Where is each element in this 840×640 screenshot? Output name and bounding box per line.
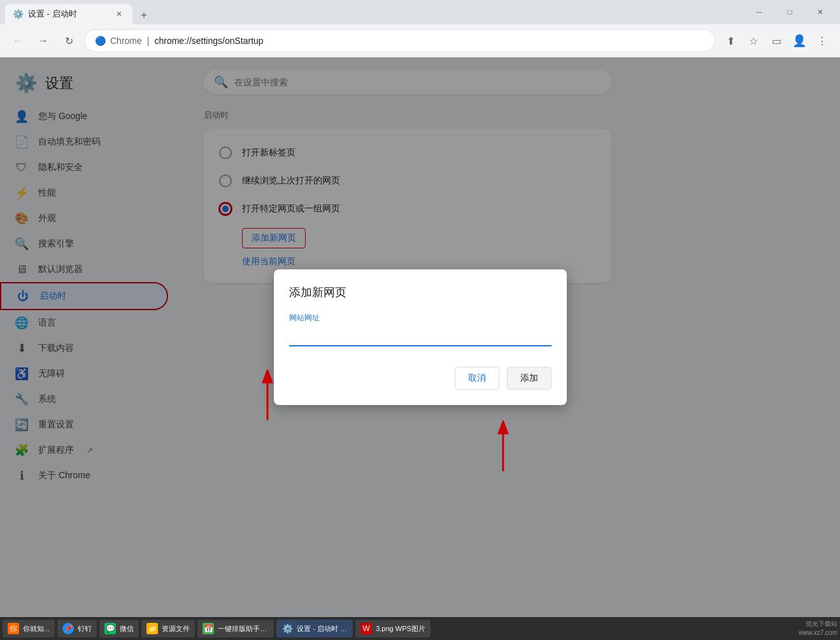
active-tab[interactable]: ⚙️ 设置 - 启动时 ✕: [5, 4, 132, 24]
taskbar-label-dingding: 钉钉: [78, 624, 92, 634]
myevent-icon: 📅: [203, 623, 214, 634]
dingding-icon: 📌: [62, 623, 74, 634]
title-bar: ⚙️ 设置 - 启动时 ✕ + ─ □ ✕: [0, 0, 840, 24]
taskbar-item-wps[interactable]: W 3.png WPS图片: [355, 620, 431, 637]
toolbar-actions: ⬆ ☆ ▭ 👤 ⋮: [720, 31, 832, 51]
tab-strip: ⚙️ 设置 - 启动时 ✕ +: [5, 0, 744, 24]
modal-title: 添加新网页: [289, 285, 552, 300]
tab-favicon: ⚙️: [13, 9, 23, 19]
maximize-button[interactable]: □: [775, 0, 804, 24]
files-icon: 📁: [146, 623, 158, 634]
menu-button[interactable]: ⋮: [812, 31, 832, 51]
watermark-line1: 优光下载站: [799, 620, 837, 629]
taskbar-label-wechat: 微信: [120, 624, 134, 634]
window-controls: ─ □ ✕: [744, 0, 835, 24]
modal-add-button[interactable]: 添加: [507, 367, 552, 390]
taskbar-item-myevent[interactable]: 📅 一键排版助手(MyE...: [197, 620, 274, 637]
taskbar-item-wechat[interactable]: 💬 微信: [99, 620, 139, 637]
chrome-shield-icon: 🔵: [95, 36, 105, 46]
omnibox[interactable]: 🔵 Chrome | chrome://settings/onStartup: [84, 29, 715, 52]
add-page-modal: 添加新网页 网站网址 取消 添加: [274, 269, 567, 405]
modal-url-input[interactable]: [289, 327, 552, 346]
taskbar-right: 优光下载站 www.xz7.com: [799, 620, 837, 637]
tab-search-button[interactable]: ▭: [766, 31, 787, 51]
forward-button[interactable]: →: [33, 31, 53, 51]
taskbar-label-chrome: 设置 - 启动时 - Go...: [297, 624, 348, 634]
tab-title: 设置 - 启动时: [28, 8, 108, 20]
taskbar-label-wps: 3.png WPS图片: [376, 624, 425, 634]
wechat-icon: 💬: [104, 623, 116, 634]
taskbar-label-toutiao: 你就知...: [23, 624, 50, 634]
tab-close-button[interactable]: ✕: [113, 8, 125, 20]
back-button[interactable]: ←: [8, 31, 28, 51]
reload-button[interactable]: ↻: [59, 31, 79, 51]
taskbar-item-dingding[interactable]: 📌 钉钉: [57, 620, 97, 637]
modal-cancel-button[interactable]: 取消: [455, 367, 499, 390]
wps-icon: W: [360, 623, 372, 634]
modal-actions: 取消 添加: [289, 367, 552, 390]
omnibox-brand: Chrome: [110, 36, 142, 46]
taskbar-item-toutiao[interactable]: 你 你就知...: [3, 620, 55, 637]
taskbar-label-files: 资源文件: [162, 624, 190, 634]
watermark: 优光下载站 www.xz7.com: [799, 620, 837, 637]
address-bar: ← → ↻ 🔵 Chrome | chrome://settings/onSta…: [0, 24, 840, 57]
taskbar-item-chrome[interactable]: ⚙️ 设置 - 启动时 - Go...: [276, 620, 353, 637]
share-button[interactable]: ⬆: [720, 31, 741, 51]
chrome-taskbar-icon: ⚙️: [281, 623, 293, 634]
modal-overlay[interactable]: 添加新网页 网站网址 取消 添加: [0, 57, 840, 617]
arrow-to-add-button: [484, 420, 522, 471]
new-tab-button[interactable]: +: [135, 6, 153, 24]
bookmark-button[interactable]: ☆: [743, 31, 764, 51]
browser-content: ⚙️ 设置 👤 您与 Google 📄 自动填充和密码 🛡 隐私和安全 ⚡ 性能…: [0, 57, 840, 617]
profile-button[interactable]: 👤: [789, 31, 809, 51]
taskbar-item-files[interactable]: 📁 资源文件: [141, 620, 195, 637]
taskbar-label-myevent: 一键排版助手(MyE...: [218, 624, 269, 634]
toutiao-icon: 你: [8, 623, 19, 634]
taskbar: 你 你就知... 📌 钉钉 💬 微信 📁 资源文件 📅 一键排版助手(MyE..…: [0, 617, 840, 640]
omnibox-separator: |: [147, 36, 150, 46]
modal-field-label: 网站网址: [289, 313, 552, 324]
omnibox-url: chrome://settings/onStartup: [154, 36, 704, 46]
watermark-line2: www.xz7.com: [799, 629, 837, 637]
close-button[interactable]: ✕: [806, 0, 835, 24]
minimize-button[interactable]: ─: [744, 0, 774, 24]
